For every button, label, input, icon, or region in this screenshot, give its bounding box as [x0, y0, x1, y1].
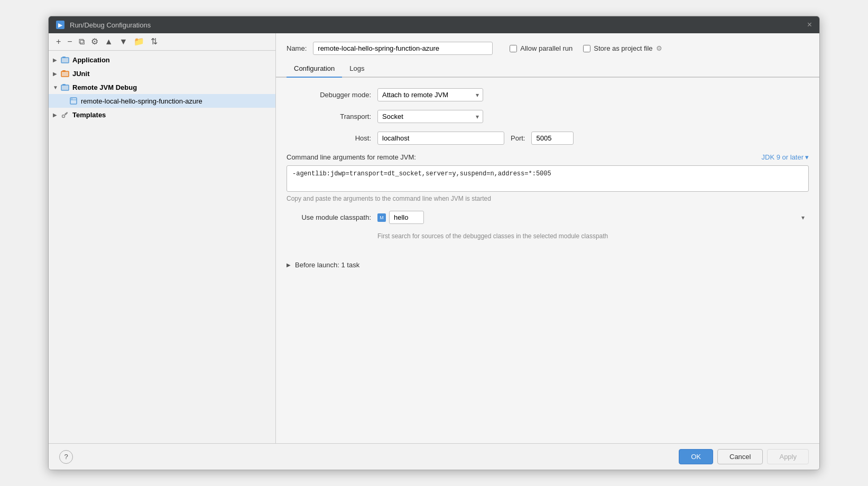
- module-select-outer: hello: [389, 211, 809, 224]
- sort-button[interactable]: ⇅: [149, 36, 160, 47]
- tab-content: Debugger mode: Attach to remote JVM List…: [276, 78, 819, 443]
- tree-item-config[interactable]: remote-local-hello-spring-function-azure: [49, 94, 275, 108]
- help-button[interactable]: ?: [59, 450, 73, 464]
- dialog-title: Run/Debug Configurations: [70, 21, 151, 29]
- left-panel: + − ⧉ ⚙ ▲ ▼ 📁 ⇅ ▶: [49, 33, 276, 443]
- svg-rect-6: [61, 85, 69, 90]
- move-down-button[interactable]: ▼: [117, 36, 130, 47]
- debugger-mode-select-wrap: Attach to remote JVM Listen to remote JV…: [377, 88, 483, 101]
- arrow-icon: ▶: [53, 57, 60, 63]
- module-icon: M: [377, 213, 386, 222]
- add-button[interactable]: +: [54, 36, 63, 47]
- cmd-args-section: Command line arguments for remote JVM: J…: [287, 153, 809, 202]
- svg-rect-0: [61, 58, 69, 63]
- store-project-settings-icon[interactable]: ⚙: [656, 44, 662, 52]
- tree-item-junit[interactable]: ▶ JUnit: [49, 67, 275, 80]
- allow-parallel-label: Allow parallel run: [520, 44, 572, 52]
- transport-select[interactable]: Socket Shared memory: [377, 110, 483, 123]
- before-launch-label: Before launch: 1 task: [295, 261, 359, 269]
- cmd-args-hint: Copy and paste the arguments to the comm…: [287, 195, 809, 202]
- apply-button[interactable]: Apply: [767, 449, 809, 464]
- host-input[interactable]: [377, 132, 504, 145]
- host-port-row: Host: Port:: [287, 132, 809, 145]
- svg-rect-8: [62, 84, 66, 86]
- cmd-args-box: -agentlib:jdwp=transport=dt_socket,serve…: [287, 165, 809, 192]
- toolbar: + − ⧉ ⚙ ▲ ▼ 📁 ⇅: [49, 33, 275, 51]
- jdk-link-chevron: ▾: [805, 153, 809, 161]
- transport-select-wrap: Socket Shared memory: [377, 110, 483, 123]
- templates-label: Templates: [72, 111, 106, 119]
- folder-junit-icon: [60, 69, 70, 78]
- svg-rect-9: [70, 98, 77, 104]
- svg-rect-3: [61, 71, 69, 77]
- port-label: Port:: [511, 134, 525, 142]
- module-classpath-row: Use module classpath: M hello: [287, 211, 809, 224]
- svg-rect-5: [62, 70, 66, 72]
- right-panel: Name: Allow parallel run Store as projec…: [276, 33, 819, 443]
- port-input[interactable]: [531, 132, 574, 145]
- before-launch-area: ▶ Before launch: 1 task: [287, 261, 809, 269]
- tab-logs[interactable]: Logs: [342, 60, 372, 78]
- move-up-button[interactable]: ▲: [103, 36, 115, 47]
- cmd-args-header: Command line arguments for remote JVM: J…: [287, 153, 809, 161]
- config-tree: ▶ Application ▶: [49, 51, 275, 443]
- jdk-link[interactable]: JDK 9 or later ▾: [762, 153, 809, 161]
- folder-jvmdebug-icon: [60, 82, 70, 92]
- module-classpath-hint: First search for sources of the debugged…: [377, 232, 809, 240]
- bottom-bar: ? OK Cancel Apply: [49, 443, 819, 470]
- remote-jvm-label: Remote JVM Debug: [72, 83, 137, 91]
- svg-point-12: [62, 115, 65, 118]
- cmd-args-label: Command line arguments for remote JVM:: [287, 153, 416, 161]
- cmd-args-value: -agentlib:jdwp=transport=dt_socket,serve…: [292, 170, 551, 177]
- host-label: Host:: [287, 134, 371, 142]
- application-label: Application: [72, 56, 110, 64]
- module-select-wrap: M hello: [377, 211, 809, 224]
- folder-app-icon: [60, 55, 70, 64]
- before-launch-arrow: ▶: [287, 262, 291, 268]
- config-item-label: remote-local-hello-spring-function-azure: [81, 97, 202, 105]
- remove-button[interactable]: −: [65, 36, 74, 47]
- store-project-checkbox-item: Store as project file ⚙: [583, 44, 662, 52]
- jdk-link-text: JDK 9 or later: [762, 153, 804, 161]
- name-row: Name: Allow parallel run Store as projec…: [276, 33, 819, 60]
- config-icon: [69, 96, 78, 106]
- tabs-row: Configuration Logs: [276, 60, 819, 78]
- settings-button[interactable]: ⚙: [89, 36, 100, 47]
- run-debug-dialog: ▶ Run/Debug Configurations × + − ⧉ ⚙ ▲ ▼…: [48, 16, 820, 470]
- name-label: Name:: [287, 44, 307, 52]
- svg-rect-2: [62, 57, 66, 58]
- tree-item-remote-jvm[interactable]: ▼ Remote JVM Debug: [49, 80, 275, 94]
- module-classpath-label: Use module classpath:: [287, 213, 371, 221]
- ok-button[interactable]: OK: [679, 449, 713, 464]
- transport-label: Transport:: [287, 113, 371, 120]
- module-select[interactable]: hello: [389, 211, 424, 224]
- debugger-mode-row: Debugger mode: Attach to remote JVM List…: [287, 88, 809, 101]
- junit-label: JUnit: [72, 70, 90, 78]
- arrow-expanded-icon: ▼: [53, 85, 60, 90]
- name-input[interactable]: [313, 42, 493, 55]
- wrench-icon: [60, 110, 70, 119]
- no-arrow: [61, 98, 69, 104]
- close-button[interactable]: ×: [807, 21, 812, 29]
- allow-parallel-checkbox-item: Allow parallel run: [510, 44, 572, 52]
- arrow-icon: ▶: [53, 71, 60, 77]
- title-bar: ▶ Run/Debug Configurations ×: [49, 16, 819, 33]
- allow-parallel-checkbox[interactable]: [510, 45, 517, 52]
- cancel-button[interactable]: Cancel: [717, 449, 763, 464]
- copy-button[interactable]: ⧉: [77, 36, 87, 47]
- debugger-mode-select[interactable]: Attach to remote JVM Listen to remote JV…: [377, 88, 483, 101]
- store-project-label: Store as project file: [594, 44, 652, 52]
- tree-item-application[interactable]: ▶ Application: [49, 53, 275, 67]
- tree-item-templates[interactable]: ▶ Templates: [49, 108, 275, 121]
- folder-button[interactable]: 📁: [132, 36, 146, 47]
- tab-configuration[interactable]: Configuration: [287, 60, 342, 78]
- transport-row: Transport: Socket Shared memory: [287, 110, 809, 123]
- before-launch-row[interactable]: ▶ Before launch: 1 task: [287, 261, 809, 269]
- main-area: + − ⧉ ⚙ ▲ ▼ 📁 ⇅ ▶: [49, 33, 819, 443]
- store-project-checkbox[interactable]: [583, 45, 590, 52]
- app-icon: ▶: [56, 21, 64, 29]
- checkboxes-area: Allow parallel run Store as project file…: [510, 44, 662, 52]
- debugger-mode-label: Debugger mode:: [287, 91, 371, 99]
- arrow-icon: ▶: [53, 112, 60, 118]
